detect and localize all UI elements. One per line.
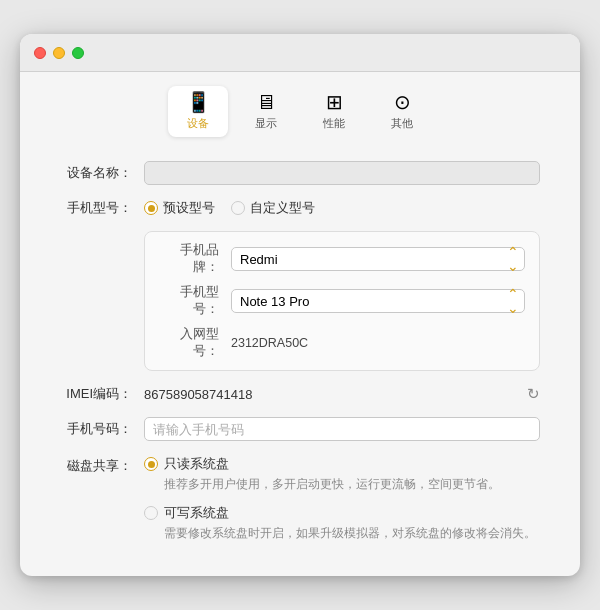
phone-model-label: 手机型号：	[60, 199, 132, 217]
imei-label: IMEI编码：	[60, 385, 132, 403]
model-select-wrapper: Note 13 Pro Note 12 Pro Note 11 Pro ⌃⌄	[231, 289, 525, 313]
traffic-lights	[34, 47, 84, 59]
network-model-label: 入网型号：	[159, 326, 219, 360]
custom-model-option[interactable]: 自定义型号	[231, 199, 315, 217]
phone-number-input[interactable]	[144, 417, 540, 441]
tab-other[interactable]: ⊙ 其他	[372, 86, 432, 137]
imei-value: 867589058741418	[144, 387, 519, 402]
maximize-button[interactable]	[72, 47, 84, 59]
writable-disk-option: 可写系统盘 需要修改系统盘时开启，如果升级模拟器，对系统盘的修改将会消失。	[144, 504, 540, 542]
custom-model-radio[interactable]	[231, 201, 245, 215]
model-select[interactable]: Note 13 Pro Note 12 Pro Note 11 Pro	[231, 289, 525, 313]
brand-select[interactable]: Redmi Xiaomi POCO	[231, 247, 525, 271]
readonly-disk-title: 只读系统盘	[164, 455, 229, 473]
imei-value-wrapper: 867589058741418 ↻	[144, 385, 540, 403]
model-row: 手机型号： Note 13 Pro Note 12 Pro Note 11 Pr…	[159, 284, 525, 318]
device-name-label: 设备名称：	[60, 164, 132, 182]
writable-disk-title: 可写系统盘	[164, 504, 229, 522]
preset-model-label: 预设型号	[163, 199, 215, 217]
disk-share-row: 磁盘共享： 只读系统盘 推荐多开用户使用，多开启动更快，运行更流畅，空间更节省。…	[60, 455, 540, 552]
readonly-disk-option: 只读系统盘 推荐多开用户使用，多开启动更快，运行更流畅，空间更节省。	[144, 455, 540, 493]
refresh-icon[interactable]: ↻	[527, 385, 540, 403]
titlebar	[20, 34, 580, 72]
readonly-disk-header: 只读系统盘	[144, 455, 540, 473]
tab-device-label: 设备	[187, 116, 209, 131]
performance-tab-icon: ⊞	[326, 92, 343, 112]
disk-share-options: 只读系统盘 推荐多开用户使用，多开启动更快，运行更流畅，空间更节省。 可写系统盘…	[144, 455, 540, 552]
tab-display-label: 显示	[255, 116, 277, 131]
readonly-disk-radio[interactable]	[144, 457, 158, 471]
device-name-row: 设备名称：	[60, 161, 540, 185]
tab-device[interactable]: 📱 设备	[168, 86, 228, 137]
writable-disk-header: 可写系统盘	[144, 504, 540, 522]
tab-performance[interactable]: ⊞ 性能	[304, 86, 364, 137]
brand-row: 手机品牌： Redmi Xiaomi POCO ⌃⌄	[159, 242, 525, 276]
content-area: 设备名称： 手机型号： 预设型号 自定义型号 手机品牌：	[20, 145, 580, 576]
phone-number-row: 手机号码：	[60, 417, 540, 441]
custom-model-label: 自定义型号	[250, 199, 315, 217]
preset-model-radio[interactable]	[144, 201, 158, 215]
imei-row: IMEI编码： 867589058741418 ↻	[60, 385, 540, 403]
readonly-disk-desc: 推荐多开用户使用，多开启动更快，运行更流畅，空间更节省。	[144, 476, 540, 493]
preset-model-option[interactable]: 预设型号	[144, 199, 215, 217]
model-label: 手机型号：	[159, 284, 219, 318]
network-model-value: 2312DRA50C	[231, 336, 308, 350]
brand-label: 手机品牌：	[159, 242, 219, 276]
device-tab-icon: 📱	[186, 92, 211, 112]
sub-form: 手机品牌： Redmi Xiaomi POCO ⌃⌄ 手机型号： Note 13…	[144, 231, 540, 371]
brand-select-wrapper: Redmi Xiaomi POCO ⌃⌄	[231, 247, 525, 271]
network-model-row: 入网型号： 2312DRA50C	[159, 326, 525, 360]
disk-share-label: 磁盘共享：	[60, 455, 132, 475]
writable-disk-desc: 需要修改系统盘时开启，如果升级模拟器，对系统盘的修改将会消失。	[144, 525, 540, 542]
display-tab-icon: 🖥	[256, 92, 276, 112]
phone-number-label: 手机号码：	[60, 420, 132, 438]
tab-bar: 📱 设备 🖥 显示 ⊞ 性能 ⊙ 其他	[20, 72, 580, 145]
tab-performance-label: 性能	[323, 116, 345, 131]
writable-disk-radio[interactable]	[144, 506, 158, 520]
tab-other-label: 其他	[391, 116, 413, 131]
main-window: 📱 设备 🖥 显示 ⊞ 性能 ⊙ 其他 设备名称： 手机型号：	[20, 34, 580, 576]
device-name-input[interactable]	[144, 161, 540, 185]
phone-model-row: 手机型号： 预设型号 自定义型号	[60, 199, 540, 217]
minimize-button[interactable]	[53, 47, 65, 59]
close-button[interactable]	[34, 47, 46, 59]
tab-display[interactable]: 🖥 显示	[236, 86, 296, 137]
other-tab-icon: ⊙	[394, 92, 411, 112]
model-type-radio-group: 预设型号 自定义型号	[144, 199, 540, 217]
